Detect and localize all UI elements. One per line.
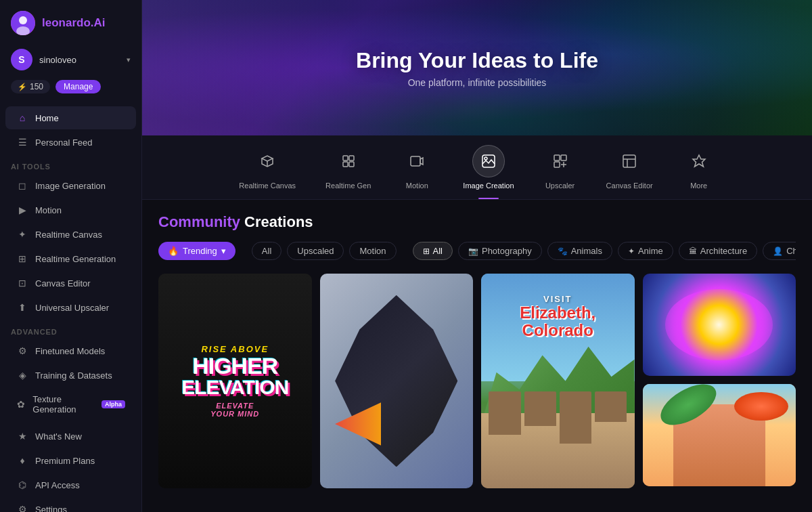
- finetuned-icon: ⚙: [16, 345, 28, 356]
- tool-motion[interactable]: Motion: [386, 135, 448, 199]
- architecture-icon: 🏛: [689, 247, 697, 256]
- sidebar-item-texture-generation[interactable]: ✿ Texture Generation Alpha: [5, 388, 136, 421]
- hero-text: Bring Your Ideas to Life One platform, i…: [356, 48, 598, 88]
- character-icon: 👤: [773, 247, 783, 256]
- motion-icon: ▶: [16, 205, 28, 215]
- filter-upscaled[interactable]: Upscaled: [287, 242, 344, 260]
- chevron-down-icon: ▾: [127, 56, 131, 64]
- filter-photography[interactable]: 📷 Photography: [458, 242, 542, 260]
- filter-upscaled-label: Upscaled: [297, 246, 334, 256]
- filter-all-2[interactable]: ⊞ All: [413, 242, 453, 260]
- filter-character-label: Character: [786, 246, 796, 256]
- realtime-canvas-tool-icon: [251, 145, 284, 177]
- sidebar-item-training-datasets[interactable]: ◈ Training & Datasets: [5, 364, 136, 387]
- filter-anime[interactable]: ✦ Anime: [618, 242, 673, 260]
- tool-canvas-editor[interactable]: Canvas Editor: [591, 135, 668, 199]
- hero-banner: Bring Your Ideas to Life One platform, i…: [142, 0, 812, 135]
- filter-all-1-label: All: [262, 246, 271, 256]
- username: sinoloveo: [39, 55, 120, 65]
- sidebar-item-settings[interactable]: ⚙ Settings: [5, 498, 136, 512]
- image-grid: RISE ABOVE HIGHER ELEVATION ELEVATE YOUR…: [158, 274, 796, 488]
- filter-all-2-label: All: [433, 246, 443, 256]
- token-row: ⚡ 150 Manage: [0, 77, 141, 103]
- svg-point-9: [484, 157, 487, 160]
- photography-icon: 📷: [468, 247, 478, 256]
- svg-rect-7: [411, 156, 420, 166]
- filter-animals[interactable]: 🐾 Animals: [547, 242, 612, 260]
- sidebar-item-realtime-canvas-label: Realtime Canvas: [35, 230, 102, 240]
- sidebar-item-universal-upscaler[interactable]: ⬆ Universal Upscaler: [5, 296, 136, 319]
- sidebar-item-home-label: Home: [35, 113, 59, 123]
- filter-architecture[interactable]: 🏛 Architecture: [679, 242, 757, 260]
- image-card-colorado[interactable]: VISIT Elizabeth,Colorado: [481, 274, 635, 488]
- filter-all-1[interactable]: All: [252, 242, 281, 260]
- image-card-graffiti[interactable]: RISE ABOVE HIGHER ELEVATION ELEVATE YOUR…: [158, 274, 312, 488]
- feed-icon: ☰: [16, 137, 28, 148]
- sidebar-item-universal-upscaler-label: Universal Upscaler: [35, 303, 109, 313]
- fire-icon: 🔥: [168, 246, 179, 256]
- training-icon: ◈: [16, 370, 28, 381]
- logo[interactable]: leonardo.Ai: [0, 0, 141, 43]
- filter-animals-label: Animals: [571, 246, 602, 256]
- community-title-normal: Creations: [240, 213, 313, 230]
- sidebar-item-premium-plans[interactable]: ♦ Premium Plans: [5, 449, 136, 472]
- image-card-spiral[interactable]: [643, 274, 796, 376]
- user-avatar: S: [11, 49, 32, 70]
- sidebar-item-home[interactable]: ⌂ Home: [5, 106, 136, 129]
- tool-realtime-canvas[interactable]: Realtime Canvas: [224, 135, 311, 199]
- tool-upscaler[interactable]: Upscaler: [529, 135, 591, 199]
- trending-filter-button[interactable]: 🔥 Trending ▾: [158, 242, 235, 260]
- sidebar-item-api-access[interactable]: ⌬ API Access: [5, 473, 136, 496]
- graffiti-elevation-text: ELEVATION: [181, 377, 288, 398]
- sidebar-item-image-generation[interactable]: ◻ Image Generation: [5, 174, 136, 197]
- sidebar-item-motion-label: Motion: [35, 205, 62, 215]
- filter-photography-label: Photography: [482, 246, 532, 256]
- motion-tool-icon: [401, 145, 433, 177]
- sidebar-item-texture-label: Texture Generation: [32, 394, 92, 414]
- trending-label: Trending: [183, 246, 217, 256]
- sidebar-item-personal-feed[interactable]: ☰ Personal Feed: [5, 131, 136, 154]
- community-title-highlight: Community: [158, 213, 240, 230]
- premium-icon: ♦: [16, 455, 28, 466]
- user-row[interactable]: S sinoloveo ▾: [0, 43, 141, 77]
- svg-rect-4: [349, 156, 354, 161]
- image-card-abstract[interactable]: [320, 274, 474, 488]
- sidebar-item-whats-new[interactable]: ★ What's New: [5, 425, 136, 448]
- filter-motion[interactable]: Motion: [349, 242, 396, 260]
- api-icon: ⌬: [16, 479, 28, 490]
- filter-character[interactable]: 👤 Character: [763, 242, 796, 260]
- anime-icon: ✦: [628, 247, 635, 256]
- sidebar-item-realtime-generation[interactable]: ⊞ Realtime Generation: [5, 247, 136, 270]
- tool-motion-label: Motion: [406, 182, 428, 190]
- tool-image-creation-label: Image Creation: [463, 182, 514, 190]
- settings-icon: ⚙: [16, 504, 28, 512]
- colorado-visit-text: VISIT: [520, 294, 595, 304]
- tool-realtime-gen-label: Realtime Gen: [325, 182, 371, 190]
- sidebar-item-realtime-canvas[interactable]: ✦ Realtime Canvas: [5, 223, 136, 246]
- sidebar-item-finetuned-models[interactable]: ⚙ Finetuned Models: [5, 339, 136, 362]
- sidebar-item-canvas-editor[interactable]: ⊡ Canvas Editor: [5, 272, 136, 295]
- sidebar-item-canvas-editor-label: Canvas Editor: [35, 278, 91, 289]
- main-content: Bring Your Ideas to Life One platform, i…: [142, 0, 812, 512]
- svg-rect-5: [343, 162, 348, 167]
- svg-rect-13: [623, 155, 635, 167]
- tool-realtime-gen[interactable]: Realtime Gen: [311, 135, 386, 199]
- svg-rect-11: [561, 155, 566, 161]
- sidebar-item-premium-label: Premium Plans: [35, 456, 95, 466]
- community-title: Community Creations: [158, 213, 796, 231]
- graffiti-text: RISE ABOVE HIGHER ELEVATION ELEVATE YOUR…: [175, 337, 295, 425]
- sidebar-item-finetuned-label: Finetuned Models: [35, 346, 105, 356]
- tool-realtime-canvas-label: Realtime Canvas: [239, 182, 296, 190]
- image-card-peach[interactable]: [643, 384, 796, 486]
- sidebar-item-motion[interactable]: ▶ Motion: [5, 198, 136, 221]
- community-section: Community Creations 🔥 Trending ▾ All Ups…: [142, 200, 812, 512]
- sidebar-item-settings-label: Settings: [35, 505, 67, 513]
- tool-more[interactable]: More: [668, 135, 730, 199]
- sidebar-item-training-label: Training & Datasets: [35, 370, 112, 381]
- tool-image-creation[interactable]: Image Creation: [448, 135, 528, 199]
- filter-anime-label: Anime: [638, 246, 663, 256]
- realtime-gen-tool-icon: [332, 145, 365, 177]
- svg-rect-6: [349, 162, 354, 167]
- token-count: 150: [30, 82, 43, 91]
- manage-button[interactable]: Manage: [55, 80, 101, 93]
